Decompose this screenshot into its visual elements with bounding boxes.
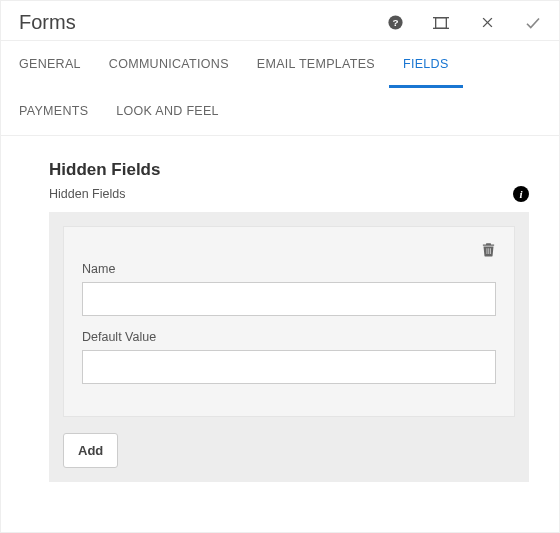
default-value-label: Default Value [82,330,496,344]
name-input[interactable] [82,282,496,316]
close-icon[interactable] [477,13,497,33]
info-icon[interactable]: i [513,186,529,202]
section-title: Hidden Fields [49,160,529,180]
header-actions: ? [385,13,543,33]
hidden-field-card: Name Default Value [63,226,515,417]
section-subrow: Hidden Fields i [49,186,529,202]
trash-icon[interactable] [481,241,496,258]
tab-payments[interactable]: PAYMENTS [5,88,102,135]
default-value-input[interactable] [82,350,496,384]
page-title: Forms [19,11,76,34]
section-subtitle: Hidden Fields [49,187,125,201]
fullscreen-icon[interactable] [431,13,451,33]
tab-email-templates[interactable]: EMAIL TEMPLATES [243,41,389,88]
header: Forms ? [1,1,559,40]
tab-general[interactable]: GENERAL [5,41,95,88]
hidden-fields-panel: Name Default Value Add [49,212,529,482]
help-icon[interactable]: ? [385,13,405,33]
content: Hidden Fields Hidden Fields i Name Defau… [1,135,559,512]
name-label: Name [82,262,496,276]
tabs: GENERAL COMMUNICATIONS EMAIL TEMPLATES F… [1,40,559,135]
tab-fields[interactable]: FIELDS [389,41,463,88]
forms-editor: Forms ? GENERAL COMMUNICATIONS EMAIL TEM… [0,0,560,533]
add-button[interactable]: Add [63,433,118,468]
tab-communications[interactable]: COMMUNICATIONS [95,41,243,88]
tab-look-and-feel[interactable]: LOOK AND FEEL [102,88,233,135]
svg-text:?: ? [392,17,398,28]
confirm-icon[interactable] [523,13,543,33]
svg-rect-2 [436,17,447,28]
card-actions [82,241,496,258]
